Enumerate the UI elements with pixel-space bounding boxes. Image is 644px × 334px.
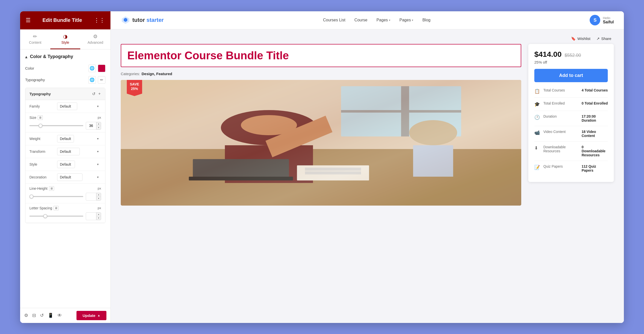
layers-icon[interactable]: ⊟ bbox=[32, 313, 36, 318]
typography-letterspacing-up-btn[interactable]: ▴ bbox=[96, 213, 101, 216]
typography-size-slider-row: ▴ ▾ bbox=[29, 122, 101, 130]
tab-content[interactable]: ✏ Content bbox=[20, 29, 50, 49]
add-to-cart-btn[interactable]: Add to cart bbox=[534, 69, 608, 82]
typography-transform-row: Transform Default Uppercase Lowercase Ca… bbox=[25, 145, 105, 158]
quiz-papers-value: 112 Quiz Papers bbox=[582, 164, 608, 172]
responsive-icon[interactable]: 📱 bbox=[48, 313, 53, 318]
quiz-papers-label: Quiz Papers bbox=[543, 164, 579, 168]
lineheight-device-icon[interactable]: 🖥 bbox=[49, 186, 54, 191]
video-content-label: Video Content bbox=[543, 130, 579, 134]
typography-decoration-select[interactable]: Default None Underline Line-through Over… bbox=[57, 173, 83, 181]
update-button[interactable]: Update ▲ bbox=[76, 311, 106, 320]
quiz-papers-icon: 📝 bbox=[534, 165, 540, 170]
color-swatch[interactable] bbox=[98, 65, 105, 72]
typography-edit-btn[interactable]: ✏ bbox=[98, 76, 105, 84]
price-discount: 25% off bbox=[534, 60, 608, 64]
pages2-chevron-icon: ▾ bbox=[412, 19, 413, 22]
typography-family-select-wrapper: Default Arial Georgia Helvetica bbox=[57, 103, 101, 110]
typography-letterspacing-slider-row: ▴ ▾ bbox=[29, 212, 101, 220]
user-name: Saiful bbox=[603, 20, 614, 24]
course-title: Elementor Course Bundle Title bbox=[127, 50, 515, 62]
content-tab-icon: ✏ bbox=[33, 33, 37, 39]
share-btn[interactable]: ↗ Share bbox=[596, 36, 611, 41]
total-enrolled-value: 0 Total Enrolled bbox=[582, 101, 608, 105]
typography-decoration-row: Decoration Default None Underline Line-t… bbox=[25, 171, 105, 184]
grid-icon[interactable]: ⋮⋮ bbox=[94, 17, 105, 24]
price-card: $414.00 $552.00 25% off Add to cart 📋 To… bbox=[528, 44, 614, 182]
typography-letterspacing-down-btn[interactable]: ▾ bbox=[96, 216, 101, 220]
size-device-icon[interactable]: 🖥 bbox=[38, 115, 43, 120]
section-toggle-icon[interactable]: ▴ bbox=[25, 54, 27, 60]
typography-size-input-group: ▴ ▾ bbox=[86, 122, 101, 130]
typography-panel-actions: ↺ + bbox=[92, 91, 101, 97]
typography-weight-select-wrapper: Default 100200300 400500600 700800900 bbox=[57, 135, 101, 142]
nav-pages-1[interactable]: Pages ▾ bbox=[376, 18, 390, 22]
bottom-toolbar: ⚙ ⊟ ↺ 📱 👁 Update ▲ bbox=[20, 308, 110, 323]
typography-lineheight-label: Line-Height 🖥 bbox=[29, 186, 54, 191]
style-tab-icon: ◑ bbox=[63, 33, 67, 39]
section-color-typography-title: Color & Typography bbox=[30, 54, 73, 59]
stat-video-content: 📹 Video Content 18 Video Content bbox=[534, 130, 608, 141]
settings-icon[interactable]: ⚙ bbox=[24, 313, 28, 318]
lineheight-unit-label[interactable]: px bbox=[98, 186, 101, 190]
typography-style-select[interactable]: Default Normal Italic Oblique bbox=[57, 161, 75, 168]
duration-icon: 🕐 bbox=[534, 115, 540, 120]
typography-lineheight-row: Line-Height 🖥 px ▴ ▾ bbox=[25, 184, 105, 203]
size-unit-label[interactable]: px bbox=[98, 116, 101, 119]
typography-setting-row: Typography 🌐 ✏ bbox=[25, 76, 105, 84]
typography-transform-select[interactable]: Default Uppercase Lowercase Capitalize bbox=[57, 148, 80, 155]
course-image bbox=[121, 80, 521, 206]
preview-icon[interactable]: 👁 bbox=[57, 313, 62, 318]
color-global-btn[interactable]: 🌐 bbox=[88, 65, 96, 72]
nav-course[interactable]: Course bbox=[354, 18, 368, 22]
color-setting-row: Color 🌐 bbox=[25, 65, 105, 72]
price-original: $552.00 bbox=[565, 53, 581, 58]
course-stats: 📋 Total Courses 4 Total Courses 🎓 Total … bbox=[534, 88, 608, 176]
typography-family-row: Family Default Arial Georgia Helvetica bbox=[25, 100, 105, 113]
letterspacing-device-icon[interactable]: 🖥 bbox=[54, 206, 59, 210]
tab-advanced[interactable]: ⚙ Advanced bbox=[80, 29, 110, 49]
typography-size-spin-btns: ▴ ▾ bbox=[96, 122, 101, 129]
total-enrolled-icon: 🎓 bbox=[534, 102, 540, 107]
typography-lineheight-slider[interactable] bbox=[29, 196, 83, 197]
toolbar-icons: ⚙ ⊟ ↺ 📱 👁 bbox=[24, 313, 62, 318]
page-actions: 🔖 Wishlist ↗ Share bbox=[121, 36, 614, 41]
style-tab-label: Style bbox=[61, 40, 69, 44]
course-title-box[interactable]: Elementor Course Bundle Title bbox=[121, 44, 521, 67]
wishlist-btn[interactable]: 🔖 Wishlist bbox=[571, 36, 590, 41]
typography-lineheight-up-btn[interactable]: ▴ bbox=[96, 193, 101, 197]
user-hello: Hello bbox=[603, 16, 614, 20]
typography-size-slider[interactable] bbox=[29, 125, 83, 126]
hamburger-icon[interactable]: ☰ bbox=[26, 17, 31, 24]
duration-label: Duration bbox=[543, 114, 579, 118]
typography-global-btn[interactable]: 🌐 bbox=[88, 76, 96, 84]
typography-lineheight-input[interactable] bbox=[86, 194, 96, 200]
typography-family-label: Family bbox=[29, 104, 55, 108]
course-main: Elementor Course Bundle Title Categories… bbox=[121, 44, 521, 206]
page-content: 🔖 Wishlist ↗ Share Elementor Course Bund… bbox=[111, 29, 624, 323]
typography-size-up-btn[interactable]: ▴ bbox=[96, 122, 101, 126]
typography-reset-btn[interactable]: ↺ bbox=[92, 91, 96, 97]
editor-panel: ☰ Edit Bundle Title ⋮⋮ ✏ Content ◑ Style… bbox=[20, 11, 111, 323]
typography-lineheight-down-btn[interactable]: ▾ bbox=[96, 197, 101, 200]
tab-style[interactable]: ◑ Style bbox=[50, 29, 80, 49]
typography-letterspacing-spin-btns: ▴ ▾ bbox=[96, 213, 101, 220]
stat-total-enrolled: 🎓 Total Enrolled 0 Total Enrolled bbox=[534, 101, 608, 111]
typography-family-select[interactable]: Default Arial Georgia Helvetica bbox=[57, 103, 77, 110]
panel-tabs: ✏ Content ◑ Style ⚙ Advanced bbox=[20, 29, 110, 50]
letterspacing-unit-label[interactable]: px bbox=[98, 206, 101, 210]
svg-point-15 bbox=[409, 120, 457, 145]
typography-letterspacing-slider[interactable] bbox=[29, 216, 83, 217]
nav-blog[interactable]: Blog bbox=[422, 18, 430, 22]
typography-size-down-btn[interactable]: ▾ bbox=[96, 126, 101, 129]
downloadable-value: 0 Downloadable Resources bbox=[582, 145, 608, 157]
color-controls: 🌐 bbox=[88, 65, 105, 72]
nav-courses-list[interactable]: Courses List bbox=[323, 18, 345, 22]
history-icon[interactable]: ↺ bbox=[40, 313, 44, 318]
typography-weight-label: Weight bbox=[29, 137, 55, 141]
typography-add-btn[interactable]: + bbox=[98, 91, 101, 97]
typography-size-input[interactable] bbox=[86, 123, 96, 129]
typography-weight-select[interactable]: Default 100200300 400500600 700800900 bbox=[57, 135, 74, 142]
nav-pages-2[interactable]: Pages ▾ bbox=[399, 18, 413, 22]
typography-letterspacing-input[interactable] bbox=[86, 213, 96, 219]
